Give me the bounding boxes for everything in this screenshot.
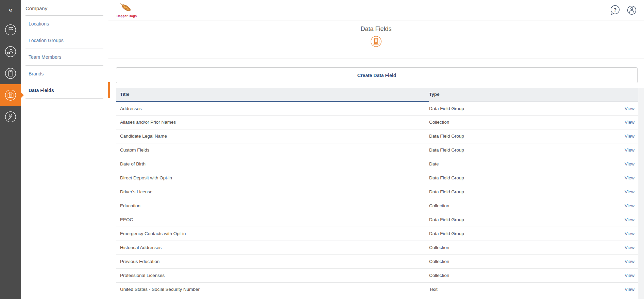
row-title: EEOC <box>116 213 429 227</box>
table-row: Driver's LicenseData Field GroupView <box>116 185 638 199</box>
icon-rail: « <box>0 0 21 299</box>
row-type: Collection <box>429 115 591 129</box>
table-scrollbar-track[interactable] <box>638 88 644 299</box>
add-person-icon <box>4 46 17 58</box>
view-link[interactable]: View <box>625 273 634 278</box>
row-title: Custom Fields <box>116 143 429 157</box>
table-row: Emergency Contacts with Opt-inData Field… <box>116 227 638 241</box>
column-header-title[interactable]: Title <box>116 88 429 101</box>
main-content: Dapper Dogs ? <box>108 0 644 299</box>
rail-item-integrations[interactable] <box>0 106 21 128</box>
table-header-row: Title Type <box>116 88 638 101</box>
view-link[interactable]: View <box>625 147 634 153</box>
data-fields-table-area: Title Type AddressesData Field GroupView… <box>116 88 644 299</box>
row-type: Data Field Group <box>429 143 591 157</box>
view-link[interactable]: View <box>625 161 634 166</box>
table-row: Previous EducationCollectionView <box>116 254 638 268</box>
table-row: Direct Deposit with Opt-inData Field Gro… <box>116 171 638 185</box>
view-link[interactable]: View <box>625 134 634 139</box>
rail-item-clipboard[interactable] <box>0 63 21 84</box>
sidebar-item-brands[interactable]: Brands <box>26 65 103 82</box>
column-header-actions <box>591 88 638 101</box>
data-fields-building-icon <box>370 36 382 49</box>
content-area: Create Data Field Title Type AddressesDa… <box>108 58 644 299</box>
row-title: Candidate Legal Name <box>116 129 429 143</box>
table-row: Candidate Legal NameData Field GroupView <box>116 129 638 143</box>
row-type: Collection <box>429 241 591 254</box>
row-type: Data Field Group <box>429 129 591 143</box>
row-title: Previous Education <box>116 254 429 268</box>
page-header: Data Fields <box>108 20 644 58</box>
account-button[interactable] <box>626 4 638 16</box>
data-fields-table: Title Type AddressesData Field GroupView… <box>116 88 638 296</box>
view-link[interactable]: View <box>625 120 634 125</box>
sidebar: Company LocationsLocation GroupsTeam Mem… <box>21 0 108 299</box>
table-row: Date of BirthDateView <box>116 157 638 171</box>
collapse-sidebar-button[interactable]: « <box>0 0 21 19</box>
create-data-field-button[interactable]: Create Data Field <box>116 67 638 83</box>
table-row: Historical AddressesCollectionView <box>116 241 638 254</box>
help-button[interactable]: ? <box>609 4 621 16</box>
table-row: Professional LicensesCollectionView <box>116 268 638 282</box>
svg-text:?: ? <box>614 7 617 12</box>
corn-dog-logo-image <box>117 3 137 15</box>
view-link[interactable]: View <box>625 259 634 264</box>
row-type: Collection <box>429 254 591 268</box>
table-row: Custom FieldsData Field GroupView <box>116 143 638 157</box>
view-link[interactable]: View <box>625 217 634 222</box>
plug-icon <box>4 111 17 123</box>
topbar: Dapper Dogs ? <box>108 0 644 20</box>
sidebar-item-team-members[interactable]: Team Members <box>26 49 103 65</box>
row-title: Addresses <box>116 101 429 115</box>
sidebar-item-locations[interactable]: Locations <box>26 15 103 32</box>
row-type: Text <box>429 282 591 296</box>
table-row: EEOCData Field GroupView <box>116 213 638 227</box>
row-type: Collection <box>429 268 591 282</box>
sidebar-title: Company <box>21 0 108 15</box>
view-link[interactable]: View <box>625 287 634 292</box>
clipboard-icon <box>4 67 17 80</box>
sidebar-item-location-groups[interactable]: Location Groups <box>26 32 103 49</box>
view-link[interactable]: View <box>625 231 634 236</box>
row-title: Direct Deposit with Opt-in <box>116 171 429 185</box>
row-type: Data Field Group <box>429 227 591 241</box>
company-logo[interactable]: Dapper Dogs <box>117 3 137 18</box>
row-type: Collection <box>429 199 591 213</box>
row-title: Emergency Contacts with Opt-in <box>116 227 429 241</box>
view-link[interactable]: View <box>625 245 634 250</box>
view-link[interactable]: View <box>625 175 634 180</box>
sidebar-nav: LocationsLocation GroupsTeam MembersBran… <box>21 15 108 99</box>
building-icon <box>4 89 17 101</box>
view-link[interactable]: View <box>625 203 634 208</box>
row-title: United States - Social Security Number <box>116 282 429 296</box>
row-title: Aliases and/or Prior Names <box>116 115 429 129</box>
sidebar-item-data-fields[interactable]: Data Fields <box>26 82 103 99</box>
view-link[interactable]: View <box>625 106 634 111</box>
row-type: Data Field Group <box>429 101 591 115</box>
view-link[interactable]: View <box>625 189 634 194</box>
table-row: AddressesData Field GroupView <box>116 101 638 115</box>
row-type: Data Field Group <box>429 185 591 199</box>
app-root: « <box>0 0 644 299</box>
table-row: Aliases and/or Prior NamesCollectionView <box>116 115 638 129</box>
rail-item-company[interactable] <box>0 84 21 106</box>
row-title: Date of Birth <box>116 157 429 171</box>
row-title: Education <box>116 199 429 213</box>
flag-icon <box>4 24 17 36</box>
page-title: Data Fields <box>108 25 644 33</box>
logo-text: Dapper Dogs <box>117 14 137 18</box>
row-type: Data Field Group <box>429 213 591 227</box>
table-row: United States - Social Security NumberTe… <box>116 282 638 296</box>
rail-item-flag[interactable] <box>0 19 21 41</box>
row-title: Driver's License <box>116 185 429 199</box>
row-title: Historical Addresses <box>116 241 429 254</box>
row-type: Date <box>429 157 591 171</box>
row-type: Data Field Group <box>429 171 591 185</box>
table-row: EducationCollectionView <box>116 199 638 213</box>
row-title: Professional Licenses <box>116 268 429 282</box>
rail-item-add-team-member[interactable] <box>0 41 21 63</box>
column-header-type[interactable]: Type <box>429 88 591 101</box>
